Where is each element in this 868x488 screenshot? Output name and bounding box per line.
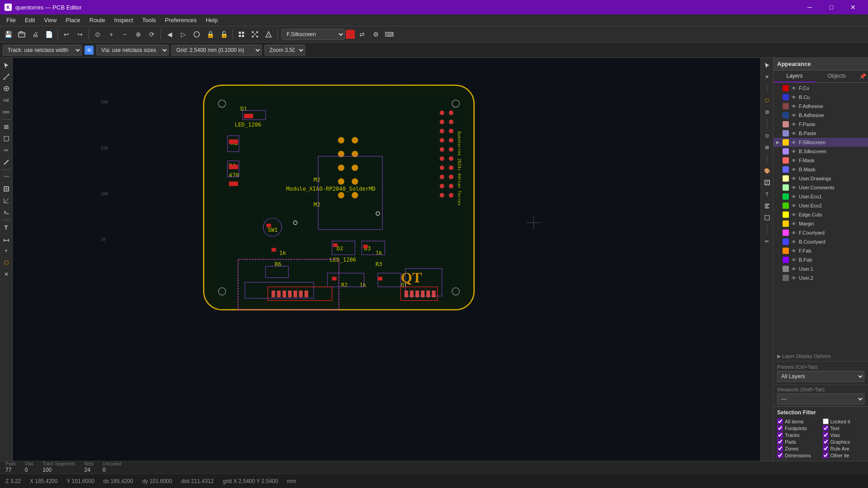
- track-width-select[interactable]: Track: use netclass width: [3, 45, 82, 56]
- layer-visibility-toggle[interactable]: 👁: [791, 275, 797, 281]
- layer-item-user-eco1[interactable]: 👁User.Eco1: [774, 192, 868, 201]
- sf-checkbox-all-items[interactable]: [777, 418, 783, 424]
- sf-checkbox-zones[interactable]: [777, 446, 783, 451]
- pcb-canvas[interactable]: D1 LED_1206 R1 R4 470 M2 Module_XIAO-RP2…: [13, 58, 760, 461]
- drc-button[interactable]: !: [262, 28, 275, 41]
- menu-help[interactable]: Help: [201, 15, 222, 25]
- sf-checkbox-rule-are[interactable]: [823, 446, 829, 451]
- menu-view[interactable]: View: [39, 15, 61, 25]
- layer-item-f-adhesive[interactable]: 👁F.Adhesive: [774, 102, 868, 111]
- layer-visibility-toggle[interactable]: 👁: [791, 230, 797, 236]
- layer-item-f-courtyard[interactable]: 👁F.Courtyard: [774, 228, 868, 237]
- dimension-tool[interactable]: [1, 234, 12, 244]
- layer-visibility-toggle[interactable]: 👁: [791, 175, 797, 182]
- sf-checkbox-other-ite[interactable]: [823, 452, 829, 458]
- via-tool[interactable]: [1, 83, 12, 94]
- layer-item-user-eco2[interactable]: 👁User.Eco2: [774, 201, 868, 210]
- layer-visibility-toggle[interactable]: 👁: [791, 121, 797, 127]
- layer-item-user-1[interactable]: 👁User.1: [774, 264, 868, 273]
- layer-visibility-toggle[interactable]: 👁: [791, 157, 797, 164]
- menu-place[interactable]: Place: [61, 15, 85, 25]
- settings-button[interactable]: ⚙: [369, 28, 382, 41]
- layer-visibility-toggle[interactable]: 👁: [791, 103, 797, 109]
- origin-tool[interactable]: +: [1, 245, 12, 256]
- panel-selection[interactable]: [762, 212, 773, 223]
- highlight-button[interactable]: [190, 28, 203, 41]
- layer-visibility-toggle[interactable]: 👁: [791, 148, 797, 155]
- viewports-select[interactable]: ---: [777, 394, 864, 404]
- lock-button[interactable]: 🔒: [204, 28, 217, 41]
- layer-visibility-toggle[interactable]: 👁: [791, 257, 797, 263]
- menu-preferences[interactable]: Preferences: [160, 15, 201, 25]
- scripting-button[interactable]: ⌨: [383, 28, 396, 41]
- zoom-fit-button[interactable]: ⊙: [91, 28, 104, 41]
- layer-visibility-toggle[interactable]: 👁: [791, 266, 797, 272]
- place-tool[interactable]: [1, 183, 12, 194]
- zoom-select[interactable]: Zoom 3.50: [264, 45, 305, 56]
- flip-board-button[interactable]: ⇄: [356, 28, 368, 41]
- zoom-fit-right[interactable]: ⊙: [762, 130, 773, 141]
- cut-tool[interactable]: ✂: [1, 145, 12, 156]
- sf-checkbox-tracks[interactable]: [777, 432, 783, 438]
- mirror-button[interactable]: ▷: [177, 28, 189, 41]
- remove-fill-tool[interactable]: ✕: [1, 269, 12, 280]
- via-size-select[interactable]: Via: use netclass sizes: [96, 45, 169, 56]
- layer-item-user-2[interactable]: 👁User.2: [774, 273, 868, 282]
- panel-inspect[interactable]: [762, 177, 773, 188]
- layer-color-button[interactable]: [346, 30, 355, 39]
- sf-checkbox-dimensions[interactable]: [777, 452, 783, 458]
- layer-visibility-toggle[interactable]: 👁: [791, 248, 797, 254]
- minimize-button[interactable]: ─: [799, 0, 820, 14]
- layer-visibility-toggle[interactable]: 👁: [791, 85, 797, 91]
- layer-item-f-cu[interactable]: 👁F.Cu: [774, 84, 868, 93]
- active-layer-select[interactable]: F.Silkscreen: [282, 29, 345, 40]
- cursor-tool[interactable]: [1, 60, 12, 70]
- measure-tool[interactable]: [1, 195, 12, 206]
- layer-item-b-courtyard[interactable]: 👁B.Courtyard: [774, 237, 868, 246]
- draw-zone-tool[interactable]: [1, 133, 12, 144]
- layer-item-b-mask[interactable]: 👁B.Mask: [774, 165, 868, 174]
- grid-select[interactable]: Grid: 2.5400 mm (0.1000 in): [171, 45, 262, 56]
- wave-tool[interactable]: 〰: [1, 172, 12, 183]
- panel-appearance[interactable]: 🎨: [762, 165, 773, 176]
- route-tool[interactable]: [1, 71, 12, 82]
- layer-visibility-toggle[interactable]: 👁: [791, 184, 797, 191]
- sf-checkbox-locked-it[interactable]: [823, 418, 829, 424]
- crosshair-mode[interactable]: ✕: [762, 71, 773, 82]
- flip-button[interactable]: ◀: [163, 28, 176, 41]
- unlock-button[interactable]: 🔓: [217, 28, 230, 41]
- rats-nest-button[interactable]: [249, 28, 261, 41]
- draw-line-tool[interactable]: [1, 157, 12, 168]
- tab-layers[interactable]: Layers: [774, 70, 816, 82]
- layer-visibility-toggle[interactable]: 👁: [791, 130, 797, 136]
- layer-item-user-drawings[interactable]: 👁User.Drawings: [774, 174, 868, 183]
- sf-checkbox-vias[interactable]: [823, 432, 829, 438]
- layer-item-edge-cuts[interactable]: 👁Edge.Cuts: [774, 210, 868, 219]
- layer-visibility-toggle[interactable]: 👁: [791, 221, 797, 227]
- layer-item-b-adhesive[interactable]: 👁B.Adhesive: [774, 111, 868, 120]
- panel-pin-button[interactable]: 📌: [858, 70, 868, 82]
- maximize-button[interactable]: □: [821, 0, 842, 14]
- layer-item-margin[interactable]: 👁Margin: [774, 219, 868, 228]
- plot-button[interactable]: 📄: [42, 28, 55, 41]
- layer-visibility-toggle[interactable]: 👁: [791, 94, 797, 100]
- grid-settings[interactable]: ⊞: [762, 142, 773, 153]
- layer-item-f-silkscreen[interactable]: ▶👁F.Silkscreen: [774, 138, 868, 147]
- panel-netinspector[interactable]: T: [762, 189, 773, 200]
- sf-checkbox-footprints[interactable]: [777, 425, 783, 431]
- save-button[interactable]: 💾: [2, 28, 14, 41]
- menu-route[interactable]: Route: [85, 15, 110, 25]
- layer-visibility-toggle[interactable]: 👁: [791, 193, 797, 200]
- layer-display-options[interactable]: ▶ Layer Display Options: [774, 352, 868, 361]
- layer-item-b-paste[interactable]: 👁B.Paste: [774, 129, 868, 138]
- align-tool[interactable]: [1, 122, 12, 132]
- presets-select[interactable]: All Layers: [777, 371, 864, 382]
- layer-visibility-toggle[interactable]: 👁: [791, 211, 797, 218]
- sf-checkbox-pads[interactable]: [777, 439, 783, 445]
- layer-item-b-fab[interactable]: 👁B.Fab: [774, 255, 868, 264]
- zoom-selection-button[interactable]: ⊕: [132, 28, 145, 41]
- layer-item-b-cu[interactable]: 👁B.Cu: [774, 93, 868, 102]
- layer-visibility-toggle[interactable]: 👁: [791, 239, 797, 245]
- scripting-console[interactable]: [1, 207, 12, 218]
- menu-file[interactable]: File: [2, 15, 20, 25]
